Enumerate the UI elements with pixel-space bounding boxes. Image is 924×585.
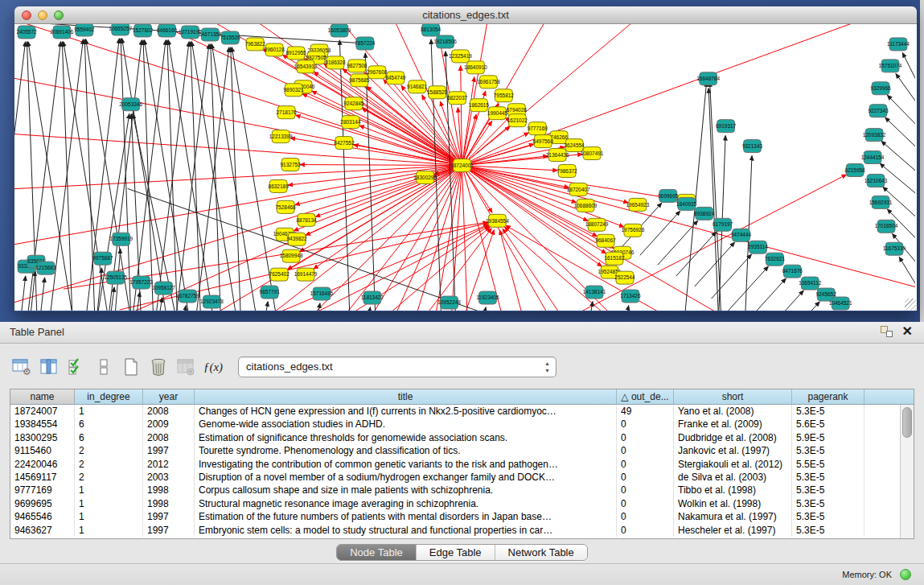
float-window-icon[interactable] (881, 326, 893, 337)
column-header-name[interactable]: name (10, 389, 75, 404)
cell-pagerank: 5.5E-5 (792, 458, 864, 471)
column-settings-button[interactable]: ⚙ (10, 355, 34, 379)
graph-node-label: 19384554 (486, 218, 509, 224)
close-window-button[interactable] (22, 10, 31, 20)
graph-node-label: 9827505 (306, 55, 326, 60)
delete-table-button[interactable] (146, 355, 170, 379)
network-canvas[interactable]: 1872400718300295193845547963822896012889… (14, 24, 917, 311)
column-header-pagerank[interactable]: pagerank (792, 389, 864, 404)
table-row[interactable]: 969969511998Structural magnetic resonanc… (10, 497, 914, 510)
new-table-button[interactable] (119, 355, 143, 379)
graph-node-label: 9132753 (281, 162, 302, 167)
cell-year: 2003 (143, 471, 195, 484)
cell-in_degree: 6 (75, 431, 143, 444)
tab-edge-table[interactable]: Edge Table (417, 545, 495, 560)
cell-title: Corpus callosum shape and size in male p… (195, 484, 617, 496)
graph-node-label: 7986372 (557, 168, 578, 174)
table-row[interactable]: 1938455462009Genome-wide association stu… (10, 418, 914, 431)
select-all-button[interactable] (64, 355, 88, 379)
table-row[interactable]: 911546021997Tourette syndrome. Phenomeno… (10, 444, 914, 457)
graph-node-label: 11813427 (361, 295, 384, 300)
minimize-window-button[interactable] (38, 10, 47, 20)
cell-year: 1998 (143, 484, 195, 496)
cell-in_degree: 6 (75, 418, 143, 431)
cell-pagerank: 5.3E-5 (792, 510, 864, 523)
network-svg: 1872400718300295193845547963822896012889… (14, 24, 915, 311)
cell-pagerank: 5.3E-5 (792, 497, 864, 510)
cell-short: Stergiakouli et al. (2012) (674, 458, 792, 471)
graph-node-label: 1990445 (487, 110, 508, 116)
table-row[interactable]: 1456911722003Disruption of a novel membe… (10, 471, 914, 484)
svg-text:⚙: ⚙ (23, 366, 31, 376)
cell-short: Yano et al. (2008) (674, 405, 792, 418)
memory-status-indicator[interactable] (900, 569, 911, 580)
fx-icon: ƒ(x) (203, 360, 223, 374)
table-panel-body: ⚙ (0, 344, 924, 563)
column-header-in_degree[interactable]: in_degree (75, 389, 143, 404)
graph-node-label: 1215683 (35, 265, 56, 270)
cell-out_de: 0 (617, 484, 674, 496)
graph-node-label: 18807249 (585, 221, 609, 227)
function-builder-button[interactable]: ƒ(x) (201, 355, 225, 379)
graph-node-label: 8878134 (296, 217, 317, 223)
table-row[interactable]: 2242004622012Investigating the contribut… (10, 458, 914, 471)
column-header-filler (864, 389, 914, 404)
table-header-row: namein_degreeyeartitle△ out_de...shortpa… (10, 389, 914, 405)
table-row[interactable]: 1830029562008Estimation of significance … (10, 431, 914, 444)
close-panel-icon[interactable]: ✕ (902, 325, 913, 338)
column-header-short[interactable]: short (674, 389, 792, 404)
cell-year: 2012 (143, 458, 195, 471)
tab-network-table[interactable]: Network Table (495, 545, 587, 560)
window-resize-grip[interactable] (905, 299, 916, 310)
table-row[interactable]: 946362711997Embryonic stem cells: a mode… (10, 524, 914, 537)
window-controls (22, 10, 64, 20)
column-header-title[interactable]: title (195, 389, 617, 404)
table-row[interactable]: 946554611997Estimation of the future num… (10, 510, 914, 523)
cell-title: Structural magnetic resonance image aver… (195, 497, 617, 510)
column-header-year[interactable]: year (143, 389, 195, 404)
cell-in_degree: 1 (75, 484, 143, 496)
trash-icon (149, 358, 168, 376)
graph-node-label: 9827508 (347, 63, 368, 68)
delete-column-button-disabled[interactable] (174, 355, 198, 379)
graph-node-label: 17957223 (129, 279, 153, 285)
graph-node-label: 9242845 (343, 101, 364, 106)
graph-node-label: 7857224 (355, 40, 376, 46)
graph-node-label: 9474444 (731, 232, 752, 237)
graph-node-label: 7955812 (494, 93, 515, 98)
graph-node-label: 9699695 (658, 193, 679, 199)
application-window: citations_edges.txt 18724007183002951938… (0, 0, 924, 585)
graph-node-label: 10688609 (574, 203, 598, 208)
vertical-scrollbar[interactable] (900, 405, 914, 538)
graph-node-label: 10952248 (437, 299, 461, 305)
cell-short: de Silva et al. (2003) (674, 471, 792, 484)
column-header-out_de[interactable]: △ out_de... (617, 389, 674, 404)
table-row[interactable]: 977716911998Corpus callosum shape and si… (10, 484, 914, 496)
tab-node-table[interactable]: Node Table (337, 545, 417, 560)
cell-name: 18724007 (10, 405, 75, 418)
table-selector-dropdown[interactable]: citations_edges.txt ▲▼ (238, 356, 556, 377)
zoom-window-button[interactable] (54, 10, 64, 20)
graph-node-label: 9245652 (816, 291, 837, 297)
network-view-area: citations_edges.txt 18724007183002951938… (0, 0, 924, 322)
graph-node-label: 11173444 (887, 41, 910, 47)
graph-node-label: 2522544 (614, 274, 635, 280)
graph-node-label: 8186328 (325, 60, 346, 65)
table-disabled-icon (176, 358, 195, 376)
table-tabs: Node TableEdge TableNetwork Table (10, 544, 914, 561)
cell-title: Estimation of the future numbers of pati… (195, 510, 617, 523)
cell-name: 19384554 (10, 418, 75, 431)
table-tabset: Node TableEdge TableNetwork Table (336, 544, 588, 561)
scrollbar-thumb[interactable] (902, 407, 912, 438)
graph-node-label: 19756928 (622, 227, 645, 233)
select-columns-button[interactable] (37, 355, 61, 379)
cell-in_degree: 1 (75, 497, 143, 510)
unselect-all-button[interactable] (92, 355, 116, 379)
table-row[interactable]: 1872400712008Changes of HCN gene express… (10, 405, 914, 418)
graph-node-label: 1640935 (676, 201, 697, 207)
graph-node-label: 10464521 (829, 300, 852, 306)
table-toolbar: ⚙ (10, 352, 914, 382)
graph-node-label: 18300295 (413, 175, 437, 180)
graph-node-label: 16782759 (176, 293, 199, 299)
network-window-titlebar[interactable]: citations_edges.txt (14, 6, 917, 24)
